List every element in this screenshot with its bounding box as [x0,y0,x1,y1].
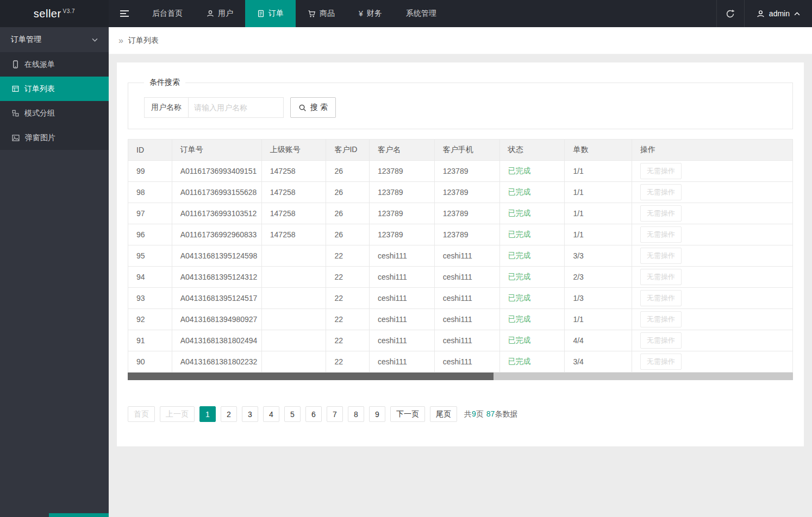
cell-parent-account [261,245,326,267]
no-action-button: 无需操作 [640,248,682,264]
table-row: 97A0116173699310351214725826123789123789… [128,203,793,224]
status-text: 已完成 [508,230,531,238]
nav-item-finance[interactable]: ¥ 财务 [347,0,394,27]
document-icon [257,10,265,17]
menu-toggle-button[interactable] [109,0,140,27]
cell-status: 已完成 [499,245,565,267]
cell-customer-id: 22 [326,245,369,267]
no-action-button: 无需操作 [640,354,682,370]
cell-order-no: A04131681395124598 [172,245,261,267]
cell-action: 无需操作 [632,245,792,267]
no-action-button: 无需操作 [640,332,682,349]
page-number-button-6[interactable]: 6 [305,406,322,422]
status-text: 已完成 [508,251,531,260]
username-input[interactable] [189,97,284,118]
summary-total-records: 87 [486,409,495,418]
cell-id: 97 [128,203,172,224]
page-number-button-3[interactable]: 3 [242,406,258,422]
page-number-button-9[interactable]: 9 [369,406,385,422]
cell-count: 1/1 [565,309,632,330]
page-prev-button[interactable]: 上一页 [160,406,195,422]
orders-table: ID 订单号 上级账号 客户ID 客户名 客户手机 状态 单数 操作 99A01… [128,139,793,373]
column-header-status: 状态 [499,140,565,161]
no-action-button: 无需操作 [640,163,682,179]
chevron-down-icon [92,38,98,42]
nav-item-users[interactable]: 用户 [195,0,245,27]
nav-item-orders[interactable]: 订单 [245,0,296,27]
page-last-button[interactable]: 尾页 [430,406,457,422]
page-next-button[interactable]: 下一页 [390,406,425,422]
cell-id: 90 [128,351,172,373]
cell-parent-account: 147258 [261,203,326,224]
page-number-button-5[interactable]: 5 [284,406,301,422]
page-first-button[interactable]: 首页 [128,406,155,422]
hamburger-icon [120,10,129,17]
column-header-action: 操作 [632,140,792,161]
cell-customer-id: 26 [326,182,369,203]
brand-version: V3.7 [63,8,76,14]
sidebar-item-online-dispatch[interactable]: 在线派单 [0,52,109,77]
no-action-button: 无需操作 [640,311,682,327]
cell-customer-phone: ceshi111 [434,245,499,267]
page-number-button-7[interactable]: 7 [327,406,343,422]
status-text: 已完成 [508,272,531,281]
image-icon [12,135,20,141]
cell-order-no: A01161736993155628 [172,182,261,203]
pagination: 首页上一页123456789下一页尾页 [128,406,462,422]
sidebar-item-popup-image[interactable]: 弹窗图片 [0,125,109,150]
cell-order-no: A04131681395124517 [172,288,261,309]
cell-customer-name: ceshi111 [369,288,434,309]
page-number-button-1[interactable]: 1 [199,406,216,422]
page-number-button-4[interactable]: 4 [263,406,279,422]
refresh-button[interactable] [716,0,745,27]
sidebar-group-order-management[interactable]: 订单管理 [0,27,109,52]
cell-action: 无需操作 [632,203,792,224]
search-icon [298,104,307,112]
cell-customer-id: 26 [326,161,369,182]
yen-icon: ¥ [359,10,363,17]
cell-parent-account [261,351,326,373]
cell-id: 96 [128,224,172,245]
nav-label: 商品 [320,9,335,18]
cell-customer-name: 123789 [369,203,434,224]
sidebar-item-order-list[interactable]: 订单列表 [0,77,109,101]
no-action-button: 无需操作 [640,184,682,200]
top-navigation: 后台首页 用户 订单 商品 ¥ 财务 系统管理 [140,0,448,27]
search-button[interactable]: 搜 索 [290,97,336,118]
cell-customer-phone: ceshi111 [434,267,499,288]
summary-total-pages: 9 [472,409,476,418]
cell-count: 1/1 [565,161,632,182]
sidebar: 订单管理 在线派单 订单列表 模式分组 [0,27,109,517]
table-row: 90A0413168138180223222ceshi111ceshi111已完… [128,351,793,373]
nav-item-system[interactable]: 系统管理 [394,0,448,27]
status-text: 已完成 [508,293,531,302]
nav-item-products[interactable]: 商品 [296,0,347,27]
scrollbar-thumb[interactable] [128,373,494,380]
table-row: 95A0413168139512459822ceshi111ceshi111已完… [128,245,793,267]
cell-customer-name: 123789 [369,224,434,245]
cell-customer-id: 22 [326,309,369,330]
cell-customer-phone: 123789 [434,182,499,203]
status-text: 已完成 [508,187,531,196]
admin-label: admin [769,9,790,18]
pagination-summary: 共9页87条数据 [464,409,517,419]
status-text: 已完成 [508,336,531,344]
admin-menu[interactable]: admin [745,0,812,27]
sidebar-item-label: 在线派单 [24,60,55,70]
column-header-count: 单数 [565,140,632,161]
column-header-id: ID [128,140,172,161]
cell-parent-account: 147258 [261,224,326,245]
cell-id: 94 [128,267,172,288]
nav-label: 用户 [218,9,233,18]
sidebar-item-mode-group[interactable]: 模式分组 [0,101,109,125]
status-text: 已完成 [508,166,531,175]
phone-icon [12,60,19,68]
page-number-button-8[interactable]: 8 [348,406,364,422]
horizontal-scrollbar[interactable] [128,373,793,380]
page-number-button-2[interactable]: 2 [221,406,237,422]
brand-logo: sellerV3.7 [0,0,109,27]
cell-action: 无需操作 [632,288,792,309]
no-action-button: 无需操作 [640,205,682,222]
nav-item-dashboard[interactable]: 后台首页 [140,0,195,27]
nav-label: 财务 [367,9,382,18]
